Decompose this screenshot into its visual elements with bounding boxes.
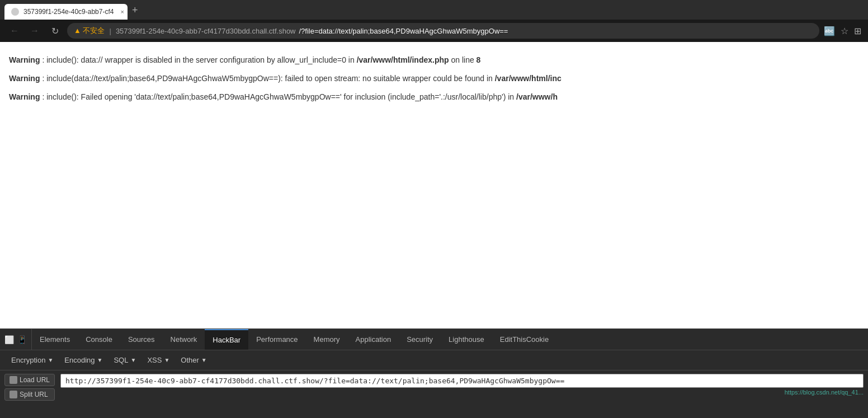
other-arrow: ▼ bbox=[201, 357, 207, 363]
devtools-panel: ⬜ 📱 Elements Console Sources Network Hac… bbox=[0, 328, 868, 418]
encryption-dropdown[interactable]: Encryption ▼ bbox=[7, 354, 58, 367]
security-warning: ▲ 不安全 bbox=[74, 26, 105, 36]
warning-path-3: /var/www/h bbox=[516, 92, 558, 101]
tab-sources[interactable]: Sources bbox=[120, 329, 163, 350]
url-box[interactable]: ▲ 不安全 | 357399f1-254e-40c9-abb7-cf4177d3… bbox=[67, 23, 819, 39]
split-url-label: Split URL bbox=[20, 391, 48, 398]
device-icon[interactable]: 📱 bbox=[17, 335, 27, 344]
tab-hackbar-label: HackBar bbox=[213, 336, 240, 344]
reload-button[interactable]: ↻ bbox=[47, 26, 63, 36]
warning-label-1: Warning bbox=[9, 55, 40, 64]
load-url-button[interactable]: Load URL bbox=[4, 374, 55, 386]
warning-text-1: : include(): data:// wrapper is disabled… bbox=[42, 55, 356, 64]
tab-favicon bbox=[11, 8, 19, 16]
new-tab-button[interactable]: + bbox=[128, 5, 143, 15]
tab-application-label: Application bbox=[356, 335, 391, 344]
forward-button[interactable]: → bbox=[27, 26, 43, 36]
tab-elements[interactable]: Elements bbox=[32, 329, 78, 350]
warning-path-1: /var/www/html/index.php bbox=[357, 55, 449, 64]
tab-memory[interactable]: Memory bbox=[306, 329, 348, 350]
sql-dropdown[interactable]: SQL ▼ bbox=[109, 354, 140, 367]
tab-console-label: Console bbox=[86, 335, 112, 344]
split-url-icon bbox=[10, 391, 17, 398]
inspect-icon[interactable]: ⬜ bbox=[4, 335, 14, 344]
encoding-label: Encoding bbox=[64, 356, 95, 364]
url-path: /?file=data://text/palin;base64,PD9waHAg… bbox=[299, 27, 508, 35]
tab-console[interactable]: Console bbox=[78, 329, 120, 350]
other-label: Other bbox=[181, 356, 199, 364]
split-url-button[interactable]: Split URL bbox=[4, 388, 55, 401]
hackbar-url-input-box: https://blog.csdn.net/qq_41... bbox=[60, 374, 864, 396]
url-separator: | bbox=[109, 27, 111, 35]
tab-memory-label: Memory bbox=[314, 335, 340, 344]
tab-performance-label: Performance bbox=[256, 335, 298, 344]
page-content: Warning : include(): data:// wrapper is … bbox=[0, 42, 868, 328]
encoding-arrow: ▼ bbox=[97, 357, 103, 363]
warning-text-2: : include(data://text/palin;base64,PD9wa… bbox=[42, 74, 494, 83]
devtools-tab-bar: ⬜ 📱 Elements Console Sources Network Hac… bbox=[0, 328, 868, 350]
tab-editthiscookie[interactable]: EditThisCookie bbox=[492, 329, 556, 350]
xss-arrow: ▼ bbox=[164, 357, 169, 363]
warning-line-3: Warning : include(): Failed opening 'dat… bbox=[9, 90, 859, 104]
warning-label-2: Warning bbox=[9, 74, 40, 83]
xss-dropdown[interactable]: XSS ▼ bbox=[143, 354, 174, 367]
warning-path-2: /var/www/html/inc bbox=[495, 74, 562, 83]
extensions-icon[interactable]: ⊞ bbox=[854, 26, 861, 36]
encryption-label: Encryption bbox=[11, 356, 45, 364]
warning-line-1: Warning : include(): data:// wrapper is … bbox=[9, 53, 859, 67]
load-url-label: Load URL bbox=[20, 376, 50, 384]
tab-performance[interactable]: Performance bbox=[248, 329, 305, 350]
tab-elements-label: Elements bbox=[40, 335, 70, 344]
active-tab[interactable]: 357399f1-254e-40c9-abb7-cf4 × bbox=[4, 4, 128, 20]
warning-text-3: : include(): Failed opening 'data://text… bbox=[42, 92, 516, 101]
hackbar-url-input[interactable] bbox=[60, 374, 864, 388]
hackbar-small-link: https://blog.csdn.net/qq_41... bbox=[60, 389, 864, 396]
translate-icon[interactable]: 🔤 bbox=[824, 26, 835, 36]
back-button[interactable]: ← bbox=[7, 26, 22, 36]
encoding-dropdown[interactable]: Encoding ▼ bbox=[60, 354, 107, 367]
warning-line-2: Warning : include(data://text/palin;base… bbox=[9, 72, 859, 86]
encryption-arrow: ▼ bbox=[48, 357, 53, 363]
bookmark-icon[interactable]: ☆ bbox=[841, 26, 848, 36]
warning-suffix-1: on line bbox=[451, 55, 476, 64]
tab-network-label: Network bbox=[171, 335, 197, 344]
tab-lighthouse[interactable]: Lighthouse bbox=[441, 329, 492, 350]
tab-security-label: Security bbox=[407, 335, 433, 344]
address-bar: ← → ↻ ▲ 不安全 | 357399f1-254e-40c9-abb7-cf… bbox=[0, 20, 868, 42]
tab-editthiscookie-label: EditThisCookie bbox=[500, 335, 549, 344]
tab-network[interactable]: Network bbox=[163, 329, 205, 350]
xss-label: XSS bbox=[147, 356, 162, 364]
load-url-icon bbox=[10, 376, 17, 384]
tab-security[interactable]: Security bbox=[399, 329, 441, 350]
tab-hackbar[interactable]: HackBar bbox=[205, 329, 248, 350]
tab-sources-label: Sources bbox=[128, 335, 155, 344]
url-domain: 357399f1-254e-40c9-abb7-cf4177d30bdd.cha… bbox=[116, 27, 296, 35]
tab-bar: 357399f1-254e-40c9-abb7-cf4 × + bbox=[4, 0, 864, 20]
sql-label: SQL bbox=[114, 356, 128, 364]
tab-title: 357399f1-254e-40c9-abb7-cf4 bbox=[23, 8, 114, 16]
hackbar-url-area: Load URL Split URL https://blog.csdn.net… bbox=[0, 370, 868, 418]
sql-arrow: ▼ bbox=[130, 357, 136, 363]
devtools-icons-group: ⬜ 📱 bbox=[0, 329, 32, 350]
browser-chrome: 357399f1-254e-40c9-abb7-cf4 × + bbox=[0, 0, 868, 20]
other-dropdown[interactable]: Other ▼ bbox=[176, 354, 211, 367]
address-bar-icons: 🔤 ☆ ⊞ bbox=[824, 26, 861, 36]
warning-label-3: Warning bbox=[9, 92, 40, 101]
hackbar-buttons: Load URL Split URL bbox=[4, 374, 55, 401]
tab-close-button[interactable]: × bbox=[120, 8, 124, 15]
warning-line-num-1: 8 bbox=[477, 55, 481, 64]
tab-lighthouse-label: Lighthouse bbox=[449, 335, 484, 344]
hackbar-toolbar: Encryption ▼ Encoding ▼ SQL ▼ XSS ▼ Othe… bbox=[0, 350, 868, 370]
tab-application[interactable]: Application bbox=[348, 329, 399, 350]
